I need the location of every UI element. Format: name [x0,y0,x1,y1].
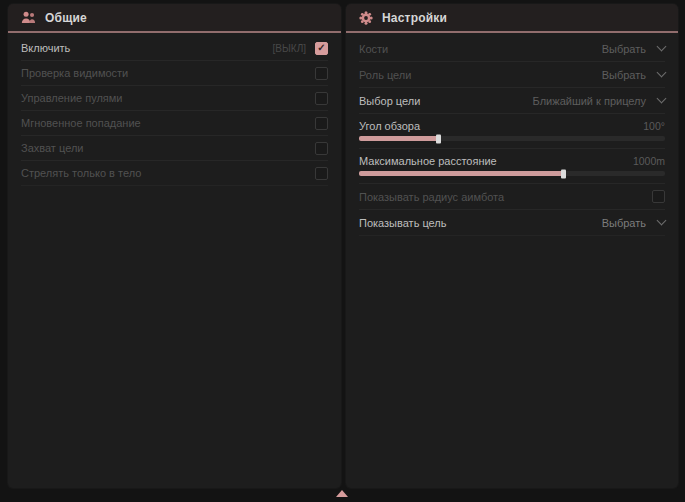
row-target-lock[interactable]: Захват цели [21,136,328,161]
panel-title: Настройки [382,11,447,25]
gear-icon [359,11,373,25]
panel-settings: Настройки Кости Выбрать Роль цели Выбрат… [346,4,678,488]
row-fov: Угол обзора 100° [359,114,665,149]
slider-fill [359,136,439,141]
row-instant-hit[interactable]: Мгновенное попадание [21,111,328,136]
max-distance-slider[interactable] [359,171,665,176]
chevron-down-icon [657,216,667,226]
general-rows: Включить [ВЫКЛ] ✓ Проверка видимости Упр… [8,33,341,186]
bullet-control-checkbox[interactable] [315,92,328,105]
row-show-target[interactable]: Показывать цель Выбрать [359,210,665,236]
panel-general-header[interactable]: Общие [8,4,341,33]
show-aimbot-radius-checkbox[interactable] [652,190,665,203]
row-max-distance: Максимальное расстояние 1000m [359,149,665,184]
fov-slider[interactable] [359,136,665,141]
panel-general: Общие Включить [ВЫКЛ] ✓ Проверка видимос… [8,4,341,488]
row-label: Управление пулями [21,92,123,104]
panel-settings-header[interactable]: Настройки [346,4,678,33]
dropdown-value: Выбрать [602,217,646,229]
row-label: Угол обзора [359,120,420,132]
show-target-dropdown[interactable]: Выбрать [602,217,665,229]
bones-dropdown[interactable]: Выбрать [602,43,665,55]
row-label: Максимальное расстояние [359,155,497,167]
target-selection-dropdown[interactable]: Ближайший к прицелу [533,95,665,107]
dropdown-value: Выбрать [602,43,646,55]
settings-rows: Кости Выбрать Роль цели Выбрать Выбор це… [346,33,678,236]
check-icon: ✓ [317,43,325,53]
row-body-only[interactable]: Стрелять только в тело [21,161,328,186]
row-label: Показывать цель [359,217,447,229]
people-icon [21,11,36,24]
row-label: Показывать радиус аимбота [359,191,504,203]
slider-fill [359,171,564,176]
slider-knob[interactable] [561,169,566,178]
row-label: Мгновенное попадание [21,117,141,129]
chevron-down-icon [657,94,667,104]
panel-title: Общие [45,11,87,25]
chevron-down-icon [657,68,667,78]
row-enable[interactable]: Включить [ВЫКЛ] ✓ [21,36,328,61]
row-label: Стрелять только в тело [21,167,141,179]
row-label: Кости [359,43,388,55]
visibility-check-checkbox[interactable] [315,67,328,80]
row-label: Проверка видимости [21,67,128,79]
row-label: Выбор цели [359,95,420,107]
target-lock-checkbox[interactable] [315,142,328,155]
slider-value: 100° [643,120,665,132]
row-label: Включить [21,42,70,54]
slider-value: 1000m [633,155,665,167]
dropdown-value: Выбрать [602,69,646,81]
row-label: Роль цели [359,69,411,81]
row-label: Захват цели [21,142,83,154]
row-show-aimbot-radius[interactable]: Показывать радиус аимбота [359,184,665,210]
instant-hit-checkbox[interactable] [315,117,328,130]
target-role-dropdown[interactable]: Выбрать [602,69,665,81]
slider-knob[interactable] [436,134,441,143]
row-bullet-control[interactable]: Управление пулями [21,86,328,111]
cursor-triangle-icon [336,490,348,497]
row-target-role[interactable]: Роль цели Выбрать [359,62,665,88]
enable-checkbox[interactable]: ✓ [315,42,328,55]
dropdown-value: Ближайший к прицелу [533,95,646,107]
row-target-selection[interactable]: Выбор цели Ближайший к прицелу [359,88,665,114]
chevron-down-icon [657,42,667,52]
body-only-checkbox[interactable] [315,167,328,180]
keybind-hint: [ВЫКЛ] [273,43,306,54]
row-visibility-check[interactable]: Проверка видимости [21,61,328,86]
row-bones[interactable]: Кости Выбрать [359,36,665,62]
